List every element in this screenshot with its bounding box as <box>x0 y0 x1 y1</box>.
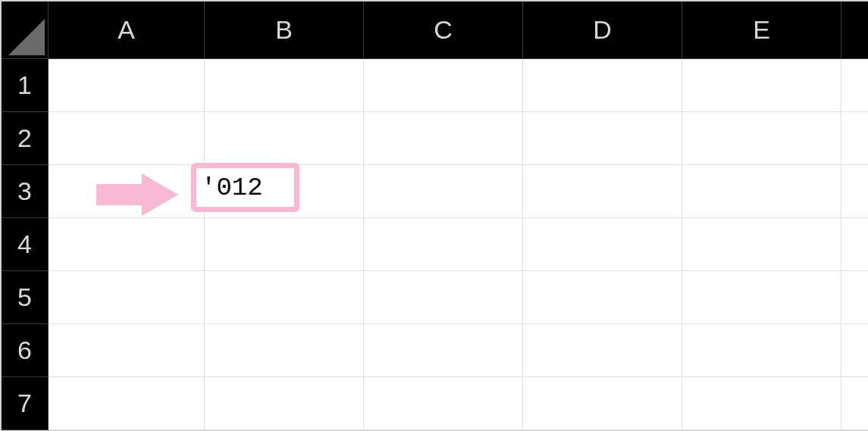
cell-B1[interactable] <box>205 59 364 112</box>
cell-D1[interactable] <box>523 59 682 112</box>
grid: A B C D E 1 2 3 4 <box>2 2 866 430</box>
cell-E1[interactable] <box>682 59 841 112</box>
cell-D5[interactable] <box>523 271 682 324</box>
row-header-6[interactable]: 6 <box>2 324 49 377</box>
cell-D2[interactable] <box>523 112 682 165</box>
cell-E6[interactable] <box>682 324 841 377</box>
cell-C6[interactable] <box>364 324 523 377</box>
svg-marker-0 <box>8 19 45 55</box>
cell-overflow-1[interactable] <box>841 59 868 112</box>
cell-D4[interactable] <box>523 218 682 271</box>
cell-A2[interactable] <box>49 112 205 165</box>
cell-C4[interactable] <box>364 218 523 271</box>
cell-E7[interactable] <box>682 377 841 430</box>
cell-A7[interactable] <box>49 377 205 430</box>
col-header-B[interactable]: B <box>205 2 364 59</box>
cell-D7[interactable] <box>523 377 682 430</box>
row-header-7[interactable]: 7 <box>2 377 49 430</box>
cell-C3[interactable] <box>364 165 523 218</box>
cell-A6[interactable] <box>49 324 205 377</box>
cell-A3[interactable] <box>49 165 205 218</box>
cell-A1[interactable] <box>49 59 205 112</box>
row-header-2[interactable]: 2 <box>2 112 49 165</box>
cell-B7[interactable] <box>205 377 364 430</box>
cell-C5[interactable] <box>364 271 523 324</box>
cell-D3[interactable] <box>523 165 682 218</box>
col-header-A[interactable]: A <box>49 2 205 59</box>
cell-overflow-5[interactable] <box>841 271 868 324</box>
col-header-C[interactable]: C <box>364 2 523 59</box>
cell-D6[interactable] <box>523 324 682 377</box>
cell-overflow-6[interactable] <box>841 324 868 377</box>
cell-C7[interactable] <box>364 377 523 430</box>
row-header-1[interactable]: 1 <box>2 59 49 112</box>
row-header-5[interactable]: 5 <box>2 271 49 324</box>
cell-B2[interactable] <box>205 112 364 165</box>
row-header-3[interactable]: 3 <box>2 165 49 218</box>
cell-B3[interactable] <box>205 165 364 218</box>
col-header-E[interactable]: E <box>682 2 841 59</box>
cell-B5[interactable] <box>205 271 364 324</box>
cell-overflow-7[interactable] <box>841 377 868 430</box>
cell-B6[interactable] <box>205 324 364 377</box>
select-all-corner[interactable] <box>2 2 49 59</box>
cell-A5[interactable] <box>49 271 205 324</box>
cell-E5[interactable] <box>682 271 841 324</box>
cell-overflow-4[interactable] <box>841 218 868 271</box>
cell-E4[interactable] <box>682 218 841 271</box>
cell-overflow-2[interactable] <box>841 112 868 165</box>
col-header-overflow[interactable] <box>841 2 868 59</box>
cell-B4[interactable] <box>205 218 364 271</box>
spreadsheet: A B C D E 1 2 3 4 <box>2 2 866 429</box>
col-header-D[interactable]: D <box>523 2 682 59</box>
cell-C2[interactable] <box>364 112 523 165</box>
select-all-triangle-icon <box>8 19 45 55</box>
cell-C1[interactable] <box>364 59 523 112</box>
cell-E2[interactable] <box>682 112 841 165</box>
cell-A4[interactable] <box>49 218 205 271</box>
cell-E3[interactable] <box>682 165 841 218</box>
row-header-4[interactable]: 4 <box>2 218 49 271</box>
cell-overflow-3[interactable] <box>841 165 868 218</box>
